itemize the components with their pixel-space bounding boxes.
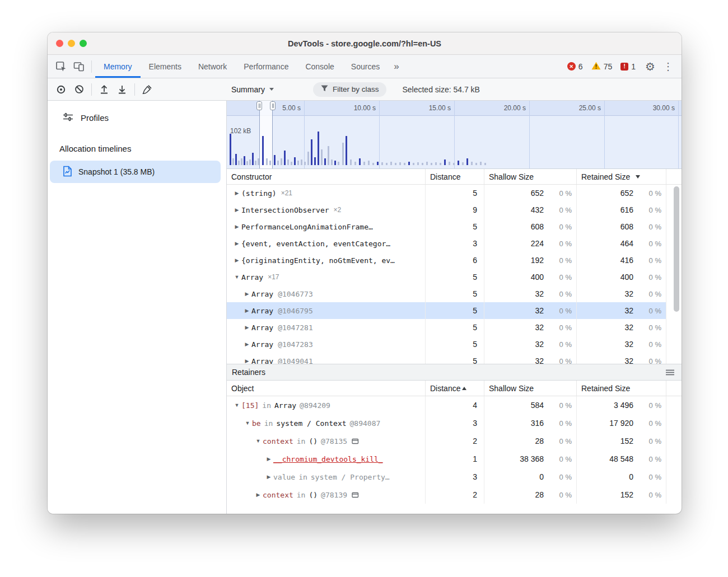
reveal-icon[interactable] xyxy=(352,438,359,444)
constructor-row[interactable]: ▶{event, eventAction, eventCategor…32240… xyxy=(227,235,682,252)
constructor-name: Array xyxy=(251,307,273,315)
allocation-bar xyxy=(471,162,473,165)
retainer-row[interactable]: ▶contextin()@781392280 %1520 % xyxy=(227,486,682,504)
allocation-bar xyxy=(377,162,379,165)
constructor-row[interactable]: ▶Array@10467735320 %320 % xyxy=(227,285,682,302)
retainers-shallow-column-header[interactable]: Shallow Size xyxy=(484,381,577,396)
perspective-label: Summary xyxy=(231,85,265,94)
hamburger-menu-icon[interactable] xyxy=(666,369,674,376)
minimize-button[interactable] xyxy=(68,40,75,47)
tab-sources[interactable]: Sources xyxy=(343,55,388,78)
collect-garbage-icon[interactable] xyxy=(138,81,156,98)
disclosure-triangle[interactable]: ▼ xyxy=(232,402,241,408)
selection-left-handle[interactable] xyxy=(256,101,262,110)
zoom-button[interactable] xyxy=(80,40,87,47)
disclosure-triangle[interactable]: ▶ xyxy=(242,341,251,347)
allocation-timeline[interactable]: 102 kB 5.00 s10.00 s15.00 s20.00 s25.00 … xyxy=(227,101,682,169)
disclosure-triangle[interactable]: ▶ xyxy=(242,291,251,297)
constructor-row[interactable]: ▶Array@10472835320 %320 % xyxy=(227,336,682,353)
tab-memory[interactable]: Memory xyxy=(95,55,141,78)
record-icon[interactable] xyxy=(52,81,70,98)
constructor-row[interactable]: ▶PerformanceLongAnimationFrame…56080 %60… xyxy=(227,218,682,235)
tab-network[interactable]: Network xyxy=(190,55,235,78)
constructor-name: {event, eventAction, eventCategor… xyxy=(241,240,390,248)
filter-by-class-button[interactable]: Filter by class xyxy=(313,82,387,97)
clear-icon[interactable] xyxy=(70,81,88,98)
disclosure-triangle[interactable]: ▶ xyxy=(232,190,241,196)
constructor-row[interactable]: ▶Array@10490415320 %320 % xyxy=(227,353,682,364)
tab-performance[interactable]: Performance xyxy=(235,55,297,78)
value: 0 xyxy=(484,472,548,481)
disclosure-triangle[interactable]: ▶ xyxy=(264,456,273,462)
selection-right-handle[interactable] xyxy=(270,101,276,110)
object-column-header[interactable]: Object xyxy=(227,381,426,396)
error-badge[interactable]: ✕ 6 xyxy=(567,62,583,71)
distance-column-header[interactable]: Distance xyxy=(426,169,484,184)
save-profile-icon[interactable] xyxy=(113,81,131,98)
shallow-size-cell: 6080 % xyxy=(484,218,577,235)
retained-size-column-header[interactable]: Retained Size xyxy=(577,169,666,184)
selected-size-label: Selected size: 54.7 kB xyxy=(402,85,480,94)
more-tabs-chevron[interactable]: » xyxy=(388,61,404,72)
retainer-row[interactable]: ▼beinsystem / Context@89408733160 %17 92… xyxy=(227,414,682,432)
disclosure-triangle[interactable]: ▼ xyxy=(243,420,252,426)
kebab-menu-icon[interactable]: ⋮ xyxy=(659,58,677,76)
disclosure-triangle[interactable]: ▶ xyxy=(254,492,263,498)
constructor-column-header[interactable]: Constructor xyxy=(227,169,426,184)
value: 5 xyxy=(426,273,484,282)
retainer-row[interactable]: ▶__chromium_devtools_kill_138 3680 %48 5… xyxy=(227,450,682,468)
perspective-select[interactable]: Summary xyxy=(227,85,278,94)
disclosure-triangle[interactable]: ▶ xyxy=(264,474,273,480)
timeline-gridline xyxy=(529,101,530,168)
retained-size-cell: 320 % xyxy=(577,285,666,302)
value: 28 xyxy=(484,490,548,499)
warning-count: 75 xyxy=(604,62,613,71)
disclosure-triangle[interactable]: ▼ xyxy=(232,274,241,280)
constructor-row[interactable]: ▼Array×1754000 %4000 % xyxy=(227,269,682,285)
scrollbar-thumb[interactable] xyxy=(674,186,679,312)
constructor-row[interactable]: ▶(string)×2156520 %6520 % xyxy=(227,185,682,201)
shallow-size-column-header[interactable]: Shallow Size xyxy=(484,169,577,184)
disclosure-triangle[interactable]: ▼ xyxy=(254,438,263,444)
constructor-row[interactable]: ▶IntersectionObserver×294320 %6160 % xyxy=(227,201,682,218)
disclosure-triangle[interactable]: ▶ xyxy=(242,308,251,313)
filter-label: Filter by class xyxy=(333,85,379,93)
tab-elements[interactable]: Elements xyxy=(141,55,190,78)
disclosure-triangle[interactable]: ▶ xyxy=(232,257,241,263)
retainer-text-part: be xyxy=(252,419,261,428)
disclosure-triangle[interactable]: ▶ xyxy=(232,241,241,246)
retainer-row[interactable]: ▶valueinsystem / Property…300 %00 % xyxy=(227,468,682,486)
close-button[interactable] xyxy=(56,40,63,47)
retainers-distance-column-header[interactable]: Distance xyxy=(426,381,484,396)
name-cell: ▼Array×17 xyxy=(227,269,426,285)
content: Profiles Allocation timelines Snapshot 1… xyxy=(48,101,682,514)
allocation-bar xyxy=(408,162,410,165)
snapshot-item[interactable]: Snapshot 1 (35.8 MB) xyxy=(50,161,221,183)
warning-badge[interactable]: 75 xyxy=(591,62,613,72)
instance-count: ×17 xyxy=(268,273,279,281)
value: 152 xyxy=(577,437,638,445)
load-profile-icon[interactable] xyxy=(95,81,113,98)
device-toolbar-icon[interactable] xyxy=(70,58,88,76)
reveal-icon[interactable] xyxy=(352,492,359,498)
value: 32 xyxy=(484,306,548,315)
issues-badge[interactable]: ! 1 xyxy=(620,62,636,71)
constructor-row[interactable]: ▶Array@10467955320 %320 % xyxy=(227,302,682,319)
retainers-retained-column-header[interactable]: Retained Size xyxy=(577,381,666,396)
disclosure-triangle[interactable]: ▶ xyxy=(242,325,251,330)
constructor-name: Array xyxy=(251,340,273,349)
value: 152 xyxy=(577,490,638,499)
inspect-icon[interactable] xyxy=(52,58,70,76)
distance-cell: 6 xyxy=(426,252,484,269)
disclosure-triangle[interactable]: ▶ xyxy=(242,358,251,364)
retainer-row[interactable]: ▼[15]inArray@89420945840 %3 4960 % xyxy=(227,396,682,414)
disclosure-triangle[interactable]: ▶ xyxy=(232,207,241,213)
constructor-row[interactable]: ▶Array@10472815320 %320 % xyxy=(227,319,682,336)
settings-gear-icon[interactable]: ⚙ xyxy=(641,58,659,76)
value: 608 xyxy=(484,222,548,231)
constructor-row[interactable]: ▶{originatingEntity, noGtmEvent, ev…6192… xyxy=(227,252,682,269)
retainer-row[interactable]: ▼contextin()@781352280 %1520 % xyxy=(227,432,682,450)
percent: 0 % xyxy=(638,437,666,445)
tab-console[interactable]: Console xyxy=(297,55,342,78)
disclosure-triangle[interactable]: ▶ xyxy=(232,224,241,229)
